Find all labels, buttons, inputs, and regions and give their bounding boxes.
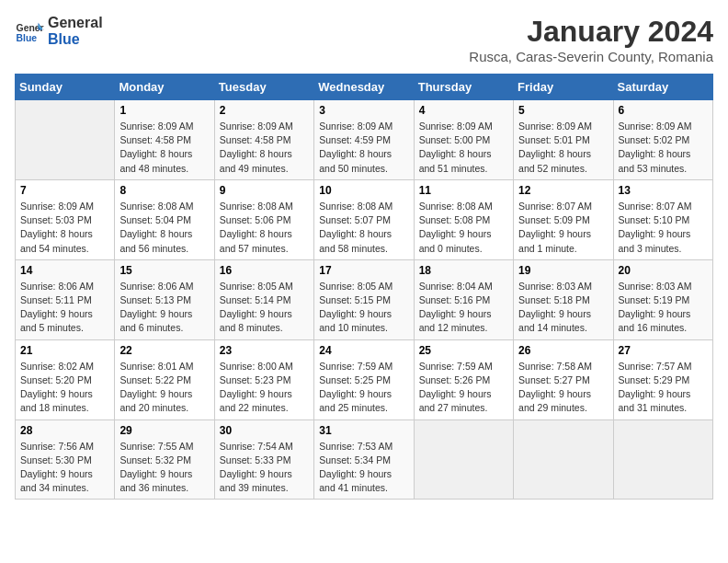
day-number: 8 xyxy=(119,184,209,197)
calendar-header-row: SundayMondayTuesdayWednesdayThursdayFrid… xyxy=(16,75,713,100)
calendar-cell: 8Sunrise: 8:08 AMSunset: 5:04 PMDaylight… xyxy=(115,179,214,259)
day-number: 1 xyxy=(119,104,209,117)
calendar-cell xyxy=(16,100,115,180)
header-day-wednesday: Wednesday xyxy=(314,75,414,100)
day-number: 12 xyxy=(518,184,608,197)
day-number: 3 xyxy=(319,104,408,117)
day-info: Sunrise: 7:58 AMSunset: 5:27 PMDaylight:… xyxy=(518,360,608,416)
header-day-monday: Monday xyxy=(115,75,214,100)
calendar-cell: 4Sunrise: 8:09 AMSunset: 5:00 PMDaylight… xyxy=(414,100,513,180)
calendar-cell: 29Sunrise: 7:55 AMSunset: 5:32 PMDayligh… xyxy=(115,419,214,500)
calendar-cell: 19Sunrise: 8:03 AMSunset: 5:18 PMDayligh… xyxy=(514,259,613,339)
day-info: Sunrise: 8:01 AMSunset: 5:22 PMDaylight:… xyxy=(119,360,209,416)
day-number: 15 xyxy=(119,264,209,277)
calendar-cell: 16Sunrise: 8:05 AMSunset: 5:14 PMDayligh… xyxy=(214,259,313,339)
day-number: 9 xyxy=(220,184,309,197)
day-number: 17 xyxy=(319,264,408,277)
day-info: Sunrise: 8:08 AMSunset: 5:06 PMDaylight:… xyxy=(220,200,309,256)
calendar-cell: 1Sunrise: 8:09 AMSunset: 4:58 PMDaylight… xyxy=(115,100,214,180)
calendar-cell: 25Sunrise: 7:59 AMSunset: 5:26 PMDayligh… xyxy=(414,339,513,419)
day-info: Sunrise: 8:07 AMSunset: 5:10 PMDaylight:… xyxy=(619,200,708,256)
calendar-cell: 15Sunrise: 8:06 AMSunset: 5:13 PMDayligh… xyxy=(115,259,214,339)
calendar-cell xyxy=(414,419,513,500)
day-number: 27 xyxy=(619,344,708,357)
calendar-cell: 26Sunrise: 7:58 AMSunset: 5:27 PMDayligh… xyxy=(514,339,613,419)
calendar-cell: 10Sunrise: 8:08 AMSunset: 5:07 PMDayligh… xyxy=(314,179,414,259)
day-number: 2 xyxy=(220,104,309,117)
day-number: 7 xyxy=(20,184,109,197)
calendar-week-row: 21Sunrise: 8:02 AMSunset: 5:20 PMDayligh… xyxy=(16,339,713,419)
day-number: 24 xyxy=(319,344,408,357)
day-number: 5 xyxy=(518,104,608,117)
calendar-cell: 21Sunrise: 8:02 AMSunset: 5:20 PMDayligh… xyxy=(16,339,115,419)
page-header: General Blue General Blue January 2024 R… xyxy=(15,15,713,64)
calendar-cell: 30Sunrise: 7:54 AMSunset: 5:33 PMDayligh… xyxy=(214,419,313,500)
calendar-cell xyxy=(514,419,613,500)
logo-text: General Blue xyxy=(48,15,103,47)
day-info: Sunrise: 8:08 AMSunset: 5:04 PMDaylight:… xyxy=(119,200,209,256)
logo-icon: General Blue xyxy=(15,17,44,46)
day-info: Sunrise: 8:07 AMSunset: 5:09 PMDaylight:… xyxy=(518,200,608,256)
day-info: Sunrise: 8:09 AMSunset: 5:00 PMDaylight:… xyxy=(419,120,508,176)
day-info: Sunrise: 8:09 AMSunset: 4:58 PMDaylight:… xyxy=(220,120,309,176)
header-day-tuesday: Tuesday xyxy=(214,75,313,100)
day-info: Sunrise: 8:03 AMSunset: 5:18 PMDaylight:… xyxy=(518,280,608,336)
day-number: 4 xyxy=(419,104,508,117)
day-info: Sunrise: 8:09 AMSunset: 5:01 PMDaylight:… xyxy=(518,120,608,176)
calendar-table: SundayMondayTuesdayWednesdayThursdayFrid… xyxy=(15,74,713,500)
day-info: Sunrise: 7:59 AMSunset: 5:26 PMDaylight:… xyxy=(419,360,508,416)
calendar-cell: 22Sunrise: 8:01 AMSunset: 5:22 PMDayligh… xyxy=(115,339,214,419)
logo: General Blue General Blue xyxy=(15,15,103,47)
calendar-cell: 24Sunrise: 7:59 AMSunset: 5:25 PMDayligh… xyxy=(314,339,414,419)
calendar-cell: 12Sunrise: 8:07 AMSunset: 5:09 PMDayligh… xyxy=(514,179,613,259)
header-day-saturday: Saturday xyxy=(613,75,712,100)
day-info: Sunrise: 8:06 AMSunset: 5:11 PMDaylight:… xyxy=(20,280,109,336)
day-info: Sunrise: 8:09 AMSunset: 5:03 PMDaylight:… xyxy=(20,200,109,256)
day-number: 26 xyxy=(518,344,608,357)
calendar-cell: 27Sunrise: 7:57 AMSunset: 5:29 PMDayligh… xyxy=(613,339,712,419)
calendar-cell: 7Sunrise: 8:09 AMSunset: 5:03 PMDaylight… xyxy=(16,179,115,259)
day-number: 22 xyxy=(119,344,209,357)
day-info: Sunrise: 7:59 AMSunset: 5:25 PMDaylight:… xyxy=(319,360,408,416)
day-info: Sunrise: 8:09 AMSunset: 4:59 PMDaylight:… xyxy=(319,120,408,176)
header-day-friday: Friday xyxy=(514,75,613,100)
calendar-week-row: 7Sunrise: 8:09 AMSunset: 5:03 PMDaylight… xyxy=(16,179,713,259)
calendar-cell: 18Sunrise: 8:04 AMSunset: 5:16 PMDayligh… xyxy=(414,259,513,339)
day-number: 19 xyxy=(518,264,608,277)
svg-text:Blue: Blue xyxy=(17,33,38,43)
day-info: Sunrise: 8:09 AMSunset: 5:02 PMDaylight:… xyxy=(619,120,708,176)
day-number: 23 xyxy=(220,344,309,357)
calendar-cell: 28Sunrise: 7:56 AMSunset: 5:30 PMDayligh… xyxy=(16,419,115,500)
calendar-cell: 13Sunrise: 8:07 AMSunset: 5:10 PMDayligh… xyxy=(613,179,712,259)
logo-general: General xyxy=(48,15,103,31)
day-info: Sunrise: 8:04 AMSunset: 5:16 PMDaylight:… xyxy=(419,280,508,336)
calendar-cell: 11Sunrise: 8:08 AMSunset: 5:08 PMDayligh… xyxy=(414,179,513,259)
location-title: Rusca, Caras-Severin County, Romania xyxy=(469,49,713,64)
day-info: Sunrise: 8:08 AMSunset: 5:08 PMDaylight:… xyxy=(419,200,508,256)
calendar-week-row: 1Sunrise: 8:09 AMSunset: 4:58 PMDaylight… xyxy=(16,100,713,180)
calendar-cell: 2Sunrise: 8:09 AMSunset: 4:58 PMDaylight… xyxy=(214,100,313,180)
calendar-week-row: 28Sunrise: 7:56 AMSunset: 5:30 PMDayligh… xyxy=(16,419,713,500)
logo-blue: Blue xyxy=(48,31,103,48)
day-number: 13 xyxy=(619,184,708,197)
calendar-cell: 23Sunrise: 8:00 AMSunset: 5:23 PMDayligh… xyxy=(214,339,313,419)
day-number: 11 xyxy=(419,184,508,197)
calendar-cell: 20Sunrise: 8:03 AMSunset: 5:19 PMDayligh… xyxy=(613,259,712,339)
day-info: Sunrise: 8:06 AMSunset: 5:13 PMDaylight:… xyxy=(119,280,209,336)
calendar-cell: 3Sunrise: 8:09 AMSunset: 4:59 PMDaylight… xyxy=(314,100,414,180)
day-info: Sunrise: 7:57 AMSunset: 5:29 PMDaylight:… xyxy=(619,360,708,416)
day-number: 31 xyxy=(319,424,408,437)
day-number: 20 xyxy=(619,264,708,277)
calendar-cell xyxy=(613,419,712,500)
day-info: Sunrise: 8:02 AMSunset: 5:20 PMDaylight:… xyxy=(20,360,109,416)
day-info: Sunrise: 7:53 AMSunset: 5:34 PMDaylight:… xyxy=(319,440,408,496)
month-title: January 2024 xyxy=(469,15,713,49)
day-info: Sunrise: 8:05 AMSunset: 5:15 PMDaylight:… xyxy=(319,280,408,336)
calendar-cell: 6Sunrise: 8:09 AMSunset: 5:02 PMDaylight… xyxy=(613,100,712,180)
title-area: January 2024 Rusca, Caras-Severin County… xyxy=(469,15,713,64)
day-info: Sunrise: 7:55 AMSunset: 5:32 PMDaylight:… xyxy=(119,440,209,496)
day-number: 29 xyxy=(119,424,209,437)
day-info: Sunrise: 8:05 AMSunset: 5:14 PMDaylight:… xyxy=(220,280,309,336)
day-number: 6 xyxy=(619,104,708,117)
day-number: 28 xyxy=(20,424,109,437)
